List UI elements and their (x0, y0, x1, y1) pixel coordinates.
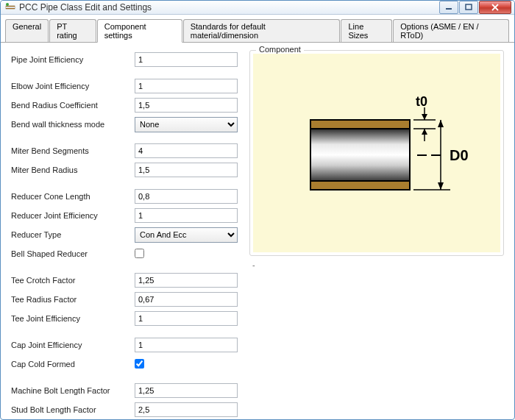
bend-radius-coef-input[interactable] (135, 98, 238, 113)
svg-marker-12 (422, 114, 427, 120)
bell-reducer-checkbox[interactable] (135, 249, 144, 258)
tab-pt-rating[interactable]: PT rating (49, 19, 96, 42)
titlebar: PCC Pipe Class Edit and Settings (1, 1, 514, 15)
content-area: Pipe Joint Efficiency Elbow Joint Effici… (1, 43, 514, 420)
reducer-joint-eff-input[interactable] (135, 208, 238, 223)
preview-note: - (249, 256, 504, 274)
reducer-type-label: Reducer Type (11, 230, 135, 239)
miter-radius-input[interactable] (135, 163, 238, 177)
cap-joint-eff-input[interactable] (135, 338, 238, 352)
tee-joint-eff-label: Tee Joint Efficiency (11, 314, 135, 323)
tab-general[interactable]: General (5, 19, 49, 42)
svg-marker-18 (438, 182, 444, 190)
tee-radius-label: Tee Radius Factor (11, 295, 135, 304)
stud-bolt-len-input[interactable] (135, 402, 238, 417)
t0-label: t0 (416, 94, 427, 109)
svg-rect-4 (466, 4, 472, 10)
maximize-button[interactable] (459, 1, 478, 14)
cap-cold-formed-label: Cap Cold Formed (11, 360, 135, 369)
preview-column: Component (249, 50, 504, 419)
reducer-joint-eff-label: Reducer Joint Efficiency (11, 211, 135, 220)
reducer-cone-len-input[interactable] (135, 189, 238, 204)
tab-options[interactable]: Options (ASME / EN / RToD) (393, 19, 509, 42)
miter-segments-label: Miter Bend Segments (11, 146, 135, 155)
pipe-diagram-icon: t0 D0 (270, 79, 483, 227)
miter-radius-label: Miter Bend Radius (11, 165, 135, 174)
tabstrip: General PT rating Component settings Sta… (1, 15, 514, 43)
miter-segments-input[interactable] (135, 143, 238, 158)
d0-label: D0 (450, 147, 469, 163)
svg-marker-14 (422, 129, 427, 135)
window-title: PCC Pipe Class Edit and Settings (19, 2, 439, 13)
pipe-joint-eff-label: Pipe Joint Efficiency (11, 55, 135, 64)
tab-component-settings[interactable]: Component settings (97, 19, 182, 43)
bend-radius-coef-label: Bend Radius Coefficient (11, 101, 135, 110)
tab-line-sizes[interactable]: Line Sizes (341, 19, 392, 42)
window-controls (439, 1, 511, 14)
bend-wall-mode-select[interactable]: None (135, 117, 238, 132)
tee-crotch-input[interactable] (135, 273, 238, 288)
svg-rect-8 (310, 129, 410, 181)
bell-reducer-label: Bell Shaped Reducer (11, 249, 135, 258)
svg-marker-17 (438, 120, 444, 127)
mach-bolt-len-input[interactable] (135, 383, 238, 398)
form-column: Pipe Joint Efficiency Elbow Joint Effici… (11, 50, 241, 419)
elbow-joint-eff-label: Elbow Joint Efficiency (11, 82, 135, 90)
stud-bolt-len-label: Stud Bolt Length Factor (11, 405, 135, 414)
tee-crotch-label: Tee Crotch Factor (11, 276, 135, 285)
main-window: PCC Pipe Class Edit and Settings General… (0, 0, 515, 420)
pipe-joint-eff-input[interactable] (135, 52, 238, 67)
svg-rect-1 (6, 7, 15, 8)
preview-title: Component (256, 45, 304, 54)
bend-wall-mode-label: Bend wall thickness mode (11, 120, 135, 129)
tab-standards[interactable]: Standards for default material/dimension (183, 19, 341, 42)
app-icon (5, 2, 15, 13)
mach-bolt-len-label: Machine Bolt Length Factor (11, 386, 135, 395)
reducer-type-select[interactable]: Con And Ecc (135, 227, 238, 243)
component-preview: Component (249, 50, 504, 256)
cap-joint-eff-label: Cap Joint Efficiency (11, 341, 135, 349)
reducer-cone-len-label: Reducer Cone Length (11, 192, 135, 201)
minimize-button[interactable] (439, 1, 458, 14)
cap-cold-formed-checkbox[interactable] (135, 359, 144, 369)
close-button[interactable] (479, 1, 511, 14)
elbow-joint-eff-input[interactable] (135, 79, 238, 93)
tee-joint-eff-input[interactable] (135, 311, 238, 326)
svg-point-2 (6, 3, 9, 6)
preview-canvas: t0 D0 (253, 54, 500, 252)
tee-radius-input[interactable] (135, 292, 238, 307)
